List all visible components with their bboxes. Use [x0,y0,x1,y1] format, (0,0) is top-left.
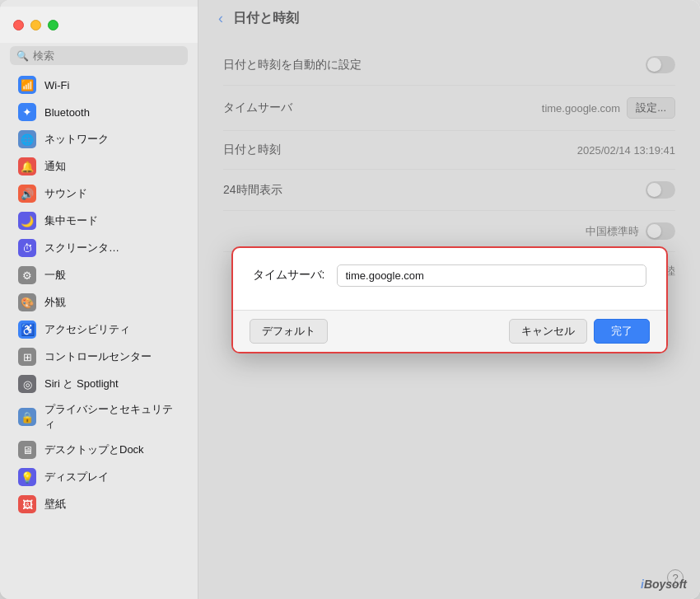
default-button[interactable]: デフォルト [250,319,328,344]
traffic-lights [13,20,58,30]
sidebar-item-privacy[interactable]: 🔒 プライバシーとセキュリティ [5,398,193,436]
main-window: 🔍 📶 Wi-Fi ✦ Bluetooth 🌐 ネットワーク 🔔 通知 � [0,0,700,599]
focus-icon: 🌙 [18,212,36,230]
search-input[interactable] [33,49,181,62]
sidebar-label-screen: スクリーンタ… [44,241,119,255]
bluetooth-icon: ✦ [18,103,36,121]
dialog-footer-right: キャンセル 完了 [509,319,650,344]
sidebar-item-wifi[interactable]: 📶 Wi-Fi [5,72,193,98]
dialog-footer: デフォルト キャンセル 完了 [233,310,666,352]
accessibility-icon: ♿ [18,321,36,339]
notification-icon: 🔔 [18,157,36,175]
appearance-icon: 🎨 [18,293,36,311]
desktop-icon: 🖥 [18,441,36,459]
cancel-button[interactable]: キャンセル [509,319,587,344]
siri-icon: ◎ [18,375,36,393]
modal-overlay: タイムサーバ: デフォルト キャンセル 完了 [198,0,700,599]
dialog-field-label: タイムサーバ: [253,268,327,283]
screen-icon: ⏱ [18,239,36,257]
sidebar-label-privacy: プライバシーとセキュリティ [44,402,180,432]
close-button[interactable] [13,20,24,30]
wifi-icon: 📶 [18,76,36,94]
ok-button[interactable]: 完了 [594,319,650,344]
dialog-field-row: タイムサーバ: [253,264,646,287]
network-icon: 🌐 [18,130,36,148]
sidebar-item-appearance[interactable]: 🎨 外観 [5,289,193,316]
dialog: タイムサーバ: デフォルト キャンセル 完了 [231,246,668,353]
search-icon: 🔍 [16,50,29,62]
display-icon: 💡 [18,468,36,486]
sidebar-item-general[interactable]: ⚙ 一般 [5,262,193,288]
general-icon: ⚙ [18,266,36,284]
sidebar-item-accessibility[interactable]: ♿ アクセシビリティ [5,316,193,343]
sidebar-label-bluetooth: Bluetooth [44,106,90,119]
content-area: 🔍 📶 Wi-Fi ✦ Bluetooth 🌐 ネットワーク 🔔 通知 � [0,0,700,599]
sidebar-label-display: ディスプレイ [44,470,109,484]
sidebar-label-control: コントロールセンター [44,349,152,364]
minimize-button[interactable] [30,20,41,30]
sidebar-label-desktop: デスクトップとDock [44,442,144,457]
control-icon: ⊞ [18,348,36,366]
main-panel: ‹ 日付と時刻 日付と時刻を自動的に設定 タイムサーバ time.google.… [198,0,700,599]
sidebar-item-display[interactable]: 💡 ディスプレイ [5,464,193,490]
sidebar-label-siri: Siri と Spotlight [44,377,119,391]
sidebar-item-network[interactable]: 🌐 ネットワーク [5,126,193,152]
dialog-body: タイムサーバ: [233,248,666,310]
sound-icon: 🔊 [18,185,36,203]
sidebar-item-siri[interactable]: ◎ Siri と Spotlight [5,371,193,397]
maximize-button[interactable] [48,20,58,30]
privacy-icon: 🔒 [18,408,36,426]
sidebar-label-appearance: 外観 [44,295,66,310]
sidebar-label-accessibility: アクセシビリティ [44,322,130,337]
sidebar-item-focus[interactable]: 🌙 集中モード [5,208,193,234]
sidebar-label-general: 一般 [44,268,66,283]
sidebar-item-screen[interactable]: ⏱ スクリーンタ… [5,235,193,261]
sidebar-label-wallpaper: 壁紙 [44,497,66,512]
wallpaper-icon: 🖼 [18,495,36,513]
sidebar-item-bluetooth[interactable]: ✦ Bluetooth [5,99,193,125]
sidebar-item-desktop[interactable]: 🖥 デスクトップとDock [5,437,193,463]
sidebar-label-notification: 通知 [44,159,66,174]
search-box[interactable]: 🔍 [10,46,188,65]
sidebar: 🔍 📶 Wi-Fi ✦ Bluetooth 🌐 ネットワーク 🔔 通知 � [0,0,198,599]
sidebar-item-sound[interactable]: 🔊 サウンド [5,180,193,207]
titlebar [0,7,198,43]
sidebar-label-wifi: Wi-Fi [44,79,69,91]
sidebar-item-wallpaper[interactable]: 🖼 壁紙 [5,491,193,517]
sidebar-item-control[interactable]: ⊞ コントロールセンター [5,344,193,370]
sidebar-label-sound: サウンド [44,186,87,201]
sidebar-label-network: ネットワーク [44,132,109,147]
sidebar-label-focus: 集中モード [44,213,98,228]
dialog-input[interactable] [337,264,646,287]
sidebar-item-notification[interactable]: 🔔 通知 [5,153,193,180]
